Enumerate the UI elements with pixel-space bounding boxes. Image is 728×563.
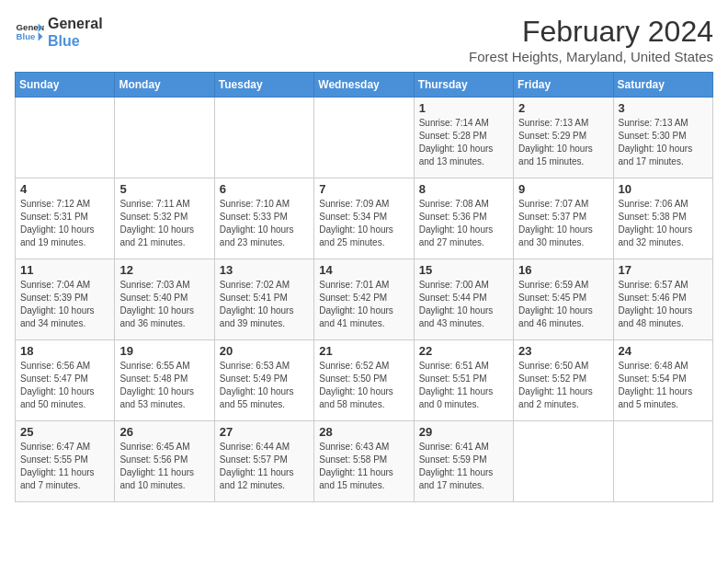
day-number: 28 [319,425,408,439]
day-info: Sunrise: 6:48 AM Sunset: 5:54 PM Dayligh… [619,360,708,411]
calendar-cell: 23Sunrise: 6:50 AM Sunset: 5:52 PM Dayli… [514,340,613,421]
day-number: 23 [518,344,608,358]
calendar-cell: 21Sunrise: 6:52 AM Sunset: 5:50 PM Dayli… [314,340,414,421]
day-number: 13 [220,263,309,277]
logo-icon: General Blue [15,17,44,47]
day-number: 12 [119,263,209,277]
day-info: Sunrise: 7:10 AM Sunset: 5:33 PM Dayligh… [220,198,309,249]
day-info: Sunrise: 6:52 AM Sunset: 5:50 PM Dayligh… [319,360,408,411]
day-info: Sunrise: 6:59 AM Sunset: 5:45 PM Dayligh… [518,279,608,330]
calendar-cell: 24Sunrise: 6:48 AM Sunset: 5:54 PM Dayli… [613,340,712,421]
day-number: 18 [20,344,109,358]
day-number: 9 [518,182,608,196]
day-number: 1 [419,101,508,115]
page-header: General Blue General Blue February 2024 … [15,15,713,64]
calendar-cell: 7Sunrise: 7:09 AM Sunset: 5:34 PM Daylig… [314,178,414,259]
calendar-table: SundayMondayTuesdayWednesdayThursdayFrid… [15,72,713,502]
day-info: Sunrise: 7:14 AM Sunset: 5:28 PM Dayligh… [419,117,508,168]
day-info: Sunrise: 7:12 AM Sunset: 5:31 PM Dayligh… [20,198,109,249]
day-number: 20 [220,344,309,358]
day-number: 25 [20,425,109,439]
calendar-cell: 5Sunrise: 7:11 AM Sunset: 5:32 PM Daylig… [115,178,214,259]
day-number: 2 [518,101,608,115]
day-info: Sunrise: 7:11 AM Sunset: 5:32 PM Dayligh… [119,198,209,249]
day-info: Sunrise: 7:09 AM Sunset: 5:34 PM Dayligh… [319,198,408,249]
day-number: 16 [518,263,608,277]
day-number: 17 [619,263,708,277]
logo-line2: Blue [48,32,103,50]
calendar-cell: 10Sunrise: 7:06 AM Sunset: 5:38 PM Dayli… [613,178,712,259]
weekday-header-saturday: Saturday [613,73,712,98]
weekday-header-tuesday: Tuesday [214,73,313,98]
calendar-cell: 28Sunrise: 6:43 AM Sunset: 5:58 PM Dayli… [314,421,414,502]
day-info: Sunrise: 7:00 AM Sunset: 5:44 PM Dayligh… [419,279,508,330]
day-info: Sunrise: 7:07 AM Sunset: 5:37 PM Dayligh… [518,198,608,249]
day-info: Sunrise: 6:53 AM Sunset: 5:49 PM Dayligh… [220,360,309,411]
logo: General Blue General Blue [15,15,103,50]
day-number: 22 [419,344,508,358]
day-number: 24 [619,344,708,358]
calendar-cell: 16Sunrise: 6:59 AM Sunset: 5:45 PM Dayli… [514,259,613,340]
day-number: 21 [319,344,408,358]
day-number: 3 [619,101,708,115]
month-title: February 2024 [469,15,713,49]
logo-line1: General [48,15,103,32]
day-number: 5 [119,182,209,196]
day-info: Sunrise: 6:51 AM Sunset: 5:51 PM Dayligh… [419,360,508,411]
calendar-cell [514,421,613,502]
day-info: Sunrise: 6:41 AM Sunset: 5:59 PM Dayligh… [419,441,508,492]
day-info: Sunrise: 6:45 AM Sunset: 5:56 PM Dayligh… [119,441,209,492]
calendar-cell: 14Sunrise: 7:01 AM Sunset: 5:42 PM Dayli… [314,259,414,340]
calendar-cell: 22Sunrise: 6:51 AM Sunset: 5:51 PM Dayli… [414,340,513,421]
calendar-cell: 19Sunrise: 6:55 AM Sunset: 5:48 PM Dayli… [115,340,214,421]
svg-text:Blue: Blue [17,31,36,41]
weekday-header-sunday: Sunday [16,73,115,98]
weekday-header-wednesday: Wednesday [314,73,414,98]
calendar-cell [115,98,214,178]
calendar-cell: 6Sunrise: 7:10 AM Sunset: 5:33 PM Daylig… [214,178,313,259]
calendar-cell: 17Sunrise: 6:57 AM Sunset: 5:46 PM Dayli… [613,259,712,340]
calendar-cell: 25Sunrise: 6:47 AM Sunset: 5:55 PM Dayli… [16,421,115,502]
day-number: 4 [20,182,109,196]
weekday-header-monday: Monday [115,73,214,98]
day-info: Sunrise: 6:57 AM Sunset: 5:46 PM Dayligh… [619,279,708,330]
calendar-cell: 15Sunrise: 7:00 AM Sunset: 5:44 PM Dayli… [414,259,513,340]
day-info: Sunrise: 6:47 AM Sunset: 5:55 PM Dayligh… [20,441,109,492]
day-info: Sunrise: 6:43 AM Sunset: 5:58 PM Dayligh… [319,441,408,492]
calendar-cell: 20Sunrise: 6:53 AM Sunset: 5:49 PM Dayli… [214,340,313,421]
calendar-cell [16,98,115,178]
day-info: Sunrise: 7:02 AM Sunset: 5:41 PM Dayligh… [220,279,309,330]
day-info: Sunrise: 6:50 AM Sunset: 5:52 PM Dayligh… [518,360,608,411]
day-number: 11 [20,263,109,277]
day-info: Sunrise: 7:13 AM Sunset: 5:29 PM Dayligh… [518,117,608,168]
day-info: Sunrise: 7:13 AM Sunset: 5:30 PM Dayligh… [619,117,708,168]
calendar-cell [613,421,712,502]
day-number: 8 [419,182,508,196]
calendar-cell: 9Sunrise: 7:07 AM Sunset: 5:37 PM Daylig… [514,178,613,259]
calendar-cell: 29Sunrise: 6:41 AM Sunset: 5:59 PM Dayli… [414,421,513,502]
day-info: Sunrise: 7:08 AM Sunset: 5:36 PM Dayligh… [419,198,508,249]
day-number: 29 [419,425,508,439]
calendar-cell: 4Sunrise: 7:12 AM Sunset: 5:31 PM Daylig… [16,178,115,259]
day-number: 15 [419,263,508,277]
calendar-cell: 3Sunrise: 7:13 AM Sunset: 5:30 PM Daylig… [613,98,712,178]
calendar-cell: 2Sunrise: 7:13 AM Sunset: 5:29 PM Daylig… [514,98,613,178]
calendar-cell [214,98,313,178]
calendar-cell: 8Sunrise: 7:08 AM Sunset: 5:36 PM Daylig… [414,178,513,259]
calendar-cell: 12Sunrise: 7:03 AM Sunset: 5:40 PM Dayli… [115,259,214,340]
day-info: Sunrise: 7:04 AM Sunset: 5:39 PM Dayligh… [20,279,109,330]
day-info: Sunrise: 6:55 AM Sunset: 5:48 PM Dayligh… [119,360,209,411]
day-info: Sunrise: 6:44 AM Sunset: 5:57 PM Dayligh… [220,441,309,492]
calendar-cell: 26Sunrise: 6:45 AM Sunset: 5:56 PM Dayli… [115,421,214,502]
day-info: Sunrise: 7:06 AM Sunset: 5:38 PM Dayligh… [619,198,708,249]
day-info: Sunrise: 6:56 AM Sunset: 5:47 PM Dayligh… [20,360,109,411]
day-number: 26 [119,425,209,439]
calendar-cell: 1Sunrise: 7:14 AM Sunset: 5:28 PM Daylig… [414,98,513,178]
day-number: 14 [319,263,408,277]
calendar-cell: 27Sunrise: 6:44 AM Sunset: 5:57 PM Dayli… [214,421,313,502]
day-number: 27 [220,425,309,439]
day-info: Sunrise: 7:01 AM Sunset: 5:42 PM Dayligh… [319,279,408,330]
day-number: 10 [619,182,708,196]
day-number: 7 [319,182,408,196]
day-number: 6 [220,182,309,196]
